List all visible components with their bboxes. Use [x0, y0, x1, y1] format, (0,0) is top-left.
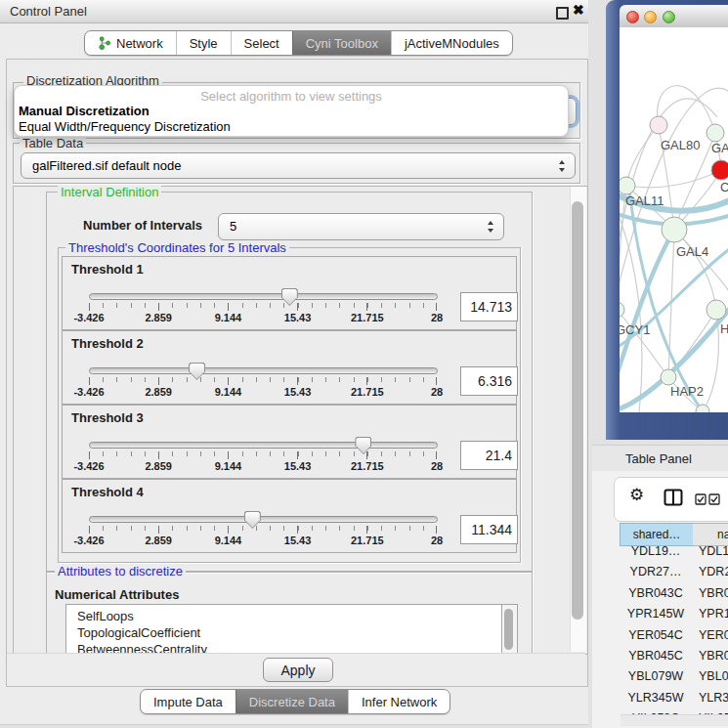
table-column-header-name[interactable]: na	[693, 523, 728, 546]
table-row[interactable]: YLR345WYLR34	[620, 691, 728, 711]
table-row[interactable]: YDL19…YDL19	[620, 544, 728, 565]
tab-network[interactable]: Network	[85, 31, 176, 55]
table-row[interactable]: YDR27…YDR27	[620, 565, 728, 585]
threshold-value-field[interactable]: 14.713	[460, 292, 518, 321]
table-row[interactable]: YER054CYER05	[620, 628, 728, 649]
column-layout-icon[interactable]	[664, 489, 683, 506]
network-node-gal11[interactable]	[620, 177, 635, 194]
network-node-gal4[interactable]	[662, 217, 687, 242]
network-node-h[interactable]	[707, 300, 726, 320]
cell-shared-name[interactable]: YBL079W	[620, 669, 692, 683]
cell-shared-name[interactable]: YLR345W	[620, 691, 692, 705]
cell-name[interactable]: YDL19	[699, 544, 728, 558]
apply-button[interactable]: Apply	[263, 658, 333, 682]
major-tick	[228, 451, 229, 459]
cyni-mode-tabs: Impute DataDiscretize DataInfer Network	[140, 689, 450, 714]
table-data-combobox[interactable]: galFiltered.sif default node	[21, 152, 576, 179]
cell-name[interactable]: YPR14	[699, 607, 728, 621]
attributes-list-scrollbar[interactable]	[502, 604, 518, 655]
network-node-hap2[interactable]	[661, 369, 676, 385]
dropdown-item-equal-width-frequency[interactable]: Equal Width/Frequency Discretization	[19, 119, 231, 134]
cell-name[interactable]: YBL07	[699, 669, 728, 683]
gear-icon[interactable]: ⚙	[629, 487, 644, 503]
cell-shared-name[interactable]: YPR145W	[620, 607, 692, 621]
tick-label: 21.715	[351, 460, 384, 472]
network-node-gcy1[interactable]	[620, 302, 624, 318]
threshold-label: Threshold 1	[71, 262, 144, 277]
major-tick	[228, 377, 229, 385]
minimize-traffic-light[interactable]	[644, 11, 657, 23]
number-of-intervals-combobox[interactable]: 5	[218, 213, 504, 240]
control-panel-tabs: NetworkStyleSelectCyni ToolboxjActiveMNo…	[84, 30, 513, 56]
cell-name[interactable]: YDR27	[699, 565, 728, 578]
slider-minor-ticks	[89, 377, 437, 382]
table-row[interactable]: YBL079WYBL07	[620, 669, 728, 690]
threshold-slider-track[interactable]	[89, 516, 438, 523]
table-row[interactable]: YBR045CYBR04	[620, 649, 728, 669]
major-tick	[89, 377, 90, 385]
attributes-scrollbar-thumb[interactable]	[504, 609, 513, 650]
dropdown-item-manual-discretization[interactable]: Manual Discretization	[19, 104, 150, 118]
table-row[interactable]: YBR043CYBR04	[620, 586, 728, 607]
major-tick	[158, 377, 159, 385]
tab-label: jActiveMNodules	[405, 36, 499, 51]
network-canvas[interactable]: GAL80GACGAL11GAL4GCY1HHAP2	[620, 27, 728, 412]
float-window-icon[interactable]	[556, 7, 569, 20]
threshold-slider-handle[interactable]	[281, 288, 298, 306]
cell-shared-name[interactable]: YBR043C	[620, 586, 692, 600]
tab-cyni-toolbox[interactable]: Cyni Toolbox	[292, 31, 391, 55]
close-icon[interactable]: ✖	[573, 2, 584, 18]
cell-name[interactable]: YLR34	[699, 691, 728, 705]
control-panel-window: Control Panel ✖ NetworkStyleSelectCyni T…	[0, 0, 588, 725]
threshold-slider-track[interactable]	[89, 293, 438, 300]
threshold-slider-track[interactable]	[89, 442, 438, 449]
tab-select[interactable]: Select	[231, 31, 292, 55]
numerical-attributes-list[interactable]: SelfLoopsTopologicalCoefficientBetweenne…	[65, 604, 502, 658]
major-tick	[297, 303, 298, 311]
tab-label: Select	[244, 36, 279, 51]
algorithm-dropdown-popup: Select algorithm to view settings Manual…	[14, 85, 569, 137]
table-horizontal-scrollbar[interactable]	[621, 714, 728, 726]
threshold-value-field[interactable]: 21.4	[460, 441, 518, 470]
cell-shared-name[interactable]: YER054C	[620, 628, 692, 642]
network-node-gal80[interactable]	[650, 116, 667, 134]
tab-style[interactable]: Style	[176, 31, 231, 55]
cell-name[interactable]: YER05	[699, 628, 728, 642]
threshold-slider-handle[interactable]	[355, 437, 371, 454]
attribute-list-item[interactable]: TopologicalCoefficient	[66, 624, 501, 641]
threshold-panel: Threshold 1 -3.4262.8599.14415.4321.7152…	[62, 256, 517, 330]
window-title: Control Panel	[10, 4, 87, 19]
vertical-scrollbar-thumb[interactable]	[572, 201, 583, 620]
slider-tick-labels: -3.4262.8599.14415.4321.71528	[89, 535, 437, 546]
cell-shared-name[interactable]: YDL19…	[620, 544, 692, 558]
table-row[interactable]: YPR145WYPR14	[620, 607, 728, 627]
zoom-traffic-light[interactable]	[663, 11, 675, 23]
slider-minor-ticks	[89, 303, 437, 308]
checkbox-icon[interactable]	[695, 493, 707, 505]
attribute-list-item[interactable]: SelfLoops	[66, 608, 501, 624]
node-label: GAL11	[625, 193, 664, 208]
cell-name[interactable]: YBR04	[699, 649, 728, 663]
threshold-slider-handle[interactable]	[244, 511, 261, 529]
cell-shared-name[interactable]: YBR045C	[620, 649, 692, 663]
node-label: H	[720, 321, 728, 336]
cell-name[interactable]: YBR04	[699, 586, 728, 600]
tab-jactivemnodules[interactable]: jActiveMNodules	[391, 31, 512, 55]
threshold-slider-handle[interactable]	[189, 363, 205, 380]
slider-minor-ticks	[89, 526, 437, 531]
screen: Control Panel ✖ NetworkStyleSelectCyni T…	[0, 0, 728, 728]
tick-label: 15.43	[284, 460, 312, 472]
tab-discretize-data[interactable]: Discretize Data	[236, 690, 348, 713]
major-tick	[436, 303, 437, 311]
threshold-value-field[interactable]: 6.316	[460, 366, 518, 396]
tab-infer-network[interactable]: Infer Network	[348, 690, 450, 713]
network-node-c[interactable]	[711, 160, 728, 180]
tab-impute-data[interactable]: Impute Data	[141, 690, 236, 713]
threshold-slider-track[interactable]	[89, 367, 438, 374]
threshold-value-field[interactable]: 11.344	[460, 515, 518, 544]
close-traffic-light[interactable]	[626, 11, 639, 23]
network-node-ga[interactable]	[707, 124, 724, 142]
cell-shared-name[interactable]: YDR27…	[620, 565, 692, 578]
table-column-header-shared-name[interactable]: shared…	[620, 523, 694, 546]
checkbox-icon[interactable]	[708, 493, 720, 505]
